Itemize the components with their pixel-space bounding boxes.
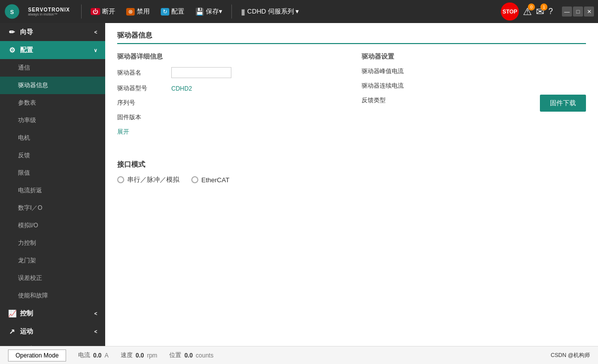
- series-button[interactable]: ▮ CDHD 伺服系列 ▾: [237, 5, 304, 19]
- analog-io-label: 模拟I/O: [18, 221, 38, 230]
- expand-link[interactable]: 展开: [117, 128, 129, 136]
- firmware-row: 固件版本: [117, 113, 342, 122]
- sidebar-item-analog-io[interactable]: 模拟I/O: [0, 217, 105, 234]
- current-unit: A: [105, 352, 109, 359]
- wizard-icon: ✏: [8, 28, 16, 36]
- sidebar-item-gantry[interactable]: 龙门架: [0, 252, 105, 269]
- sidebar-item-config[interactable]: ⚙ 配置 ∨: [0, 41, 105, 59]
- operation-mode-button[interactable]: Operation Mode: [8, 349, 66, 361]
- sidebar-item-current-return[interactable]: 电流折返: [0, 182, 105, 199]
- serial-number-row: 序列号: [117, 99, 342, 107]
- mail-button[interactable]: ✉ 1: [536, 6, 544, 18]
- current-group: 电流 0.0 A: [78, 351, 109, 359]
- driver-model-row: 驱动器型号 CDHD2: [117, 84, 342, 93]
- warning-badge: 0: [528, 4, 535, 11]
- interface-section: 接口模式 串行／脉冲／模拟 EtherCAT: [117, 160, 586, 184]
- main-content: 驱动器信息 驱动器详细信息 驱动器名 驱动器型号 CDHD2 序列号 固件版本: [105, 23, 598, 346]
- digital-io-label: 数字I／O: [18, 204, 43, 212]
- driver-settings-col: 驱动器设置 驱动器峰值电流 驱动器连续电流 反馈类型 固件下载: [362, 52, 586, 144]
- speed-unit: rpm: [147, 352, 157, 359]
- force-label: 力控制: [18, 239, 36, 247]
- mail-badge: 1: [540, 4, 547, 11]
- save-button[interactable]: 💾 保存▾: [191, 5, 226, 18]
- sidebar-item-wizard[interactable]: ✏ 向导 <: [0, 23, 105, 41]
- firmware-label: 固件版本: [117, 113, 167, 122]
- position-label: 位置: [169, 351, 181, 359]
- sidebar-item-motor[interactable]: 电机: [0, 129, 105, 147]
- driver-model-label: 驱动器型号: [117, 84, 167, 93]
- window-controls: — □ ✕: [562, 7, 594, 17]
- sidebar-item-limits[interactable]: 限值: [0, 164, 105, 182]
- sidebar-item-params[interactable]: 参数表: [0, 94, 105, 112]
- limits-label: 限值: [18, 169, 30, 177]
- current-value: 0.0: [93, 352, 102, 359]
- cont-current-label: 驱动器连续电流: [362, 82, 412, 90]
- save-label: 保存▾: [206, 7, 222, 16]
- sidebar-item-tuning[interactable]: ▦ 调谐 <: [0, 340, 105, 346]
- sidebar-item-error-correct[interactable]: 误差校正: [0, 269, 105, 287]
- disable-icon: ⊗: [126, 8, 135, 16]
- position-value: 0.0: [184, 352, 193, 359]
- driver-name-row: 驱动器名: [117, 67, 342, 78]
- logo-sub: always in motion™: [28, 13, 70, 16]
- warning-button[interactable]: ⚠ 0: [523, 6, 532, 18]
- sidebar-item-driver-info[interactable]: 驱动器信息: [0, 77, 105, 94]
- detail-section-title: 驱动器详细信息: [117, 52, 342, 61]
- driver-name-input[interactable]: [171, 67, 231, 78]
- sidebar-item-comm[interactable]: 通信: [0, 59, 105, 77]
- control-icon: 📈: [8, 309, 16, 317]
- motion-label: 运动: [20, 327, 33, 336]
- sidebar-item-power[interactable]: 功率级: [0, 112, 105, 129]
- logo-icon: S: [4, 4, 20, 20]
- disable-label: 禁用: [137, 7, 150, 16]
- logo: S: [4, 4, 20, 20]
- maximize-button[interactable]: □: [573, 7, 583, 17]
- help-icon: ?: [548, 7, 553, 16]
- series-icon: ▮: [241, 7, 245, 17]
- sidebar: ✏ 向导 < ⚙ 配置 ∨ 通信 驱动器信息 参数表 功率级 电机 反馈 限值: [0, 23, 105, 346]
- disconnect-button[interactable]: ⏻ 断开: [87, 5, 119, 18]
- stop-button[interactable]: STOP: [501, 3, 519, 21]
- topbar-right: STOP ⚠ 0 ✉ 1 ? — □ ✕: [501, 3, 594, 21]
- sidebar-item-control[interactable]: 📈 控制 <: [0, 304, 105, 322]
- svg-text:S: S: [10, 9, 14, 15]
- motor-label: 电机: [18, 134, 30, 142]
- radio-serial[interactable]: 串行／脉冲／模拟: [117, 175, 179, 184]
- minimize-button[interactable]: —: [562, 7, 572, 17]
- config-icon: ↻: [161, 8, 169, 16]
- params-label: 参数表: [18, 99, 36, 107]
- speed-group: 速度 0.0 rpm: [121, 351, 157, 359]
- firmware-download-button[interactable]: 固件下载: [540, 95, 586, 112]
- motion-icon: ↗: [8, 327, 16, 335]
- config-label: 配置: [171, 7, 184, 16]
- position-group: 位置 0.0 counts: [169, 351, 213, 359]
- disable-button[interactable]: ⊗ 禁用: [122, 5, 154, 18]
- help-button[interactable]: ?: [548, 7, 553, 16]
- radio-ethercat[interactable]: EtherCAT: [191, 176, 229, 184]
- current-return-label: 电流折返: [18, 186, 42, 195]
- config-button[interactable]: ↻ 配置: [157, 5, 188, 18]
- driver-detail-col: 驱动器详细信息 驱动器名 驱动器型号 CDHD2 序列号 固件版本 展开: [117, 52, 342, 144]
- sidebar-item-motion[interactable]: ↗ 运动 <: [0, 322, 105, 340]
- radio-serial-label: 串行／脉冲／模拟: [127, 175, 179, 184]
- gantry-label: 龙门架: [18, 256, 36, 265]
- feedback-type-label: 反馈类型: [362, 96, 412, 105]
- driver-name-label: 驱动器名: [117, 69, 167, 77]
- sidebar-item-feedback[interactable]: 反馈: [0, 147, 105, 164]
- close-button[interactable]: ✕: [584, 7, 594, 17]
- serial-number-label: 序列号: [117, 99, 167, 107]
- wizard-chevron: <: [94, 30, 97, 35]
- radio-ethercat-circle: [191, 176, 198, 183]
- sep2: [231, 5, 232, 19]
- speed-value: 0.0: [136, 352, 144, 359]
- sidebar-wizard-label: 向导: [20, 28, 33, 37]
- motion-chevron: <: [94, 329, 97, 334]
- tuning-icon: ▦: [8, 345, 16, 346]
- power-label: 功率级: [18, 116, 36, 125]
- sidebar-item-enable-fault[interactable]: 使能和故障: [0, 287, 105, 304]
- position-unit: counts: [196, 352, 213, 359]
- sidebar-item-digital-io[interactable]: 数字I／O: [0, 199, 105, 217]
- sidebar-item-force[interactable]: 力控制: [0, 234, 105, 252]
- feedback-label: 反馈: [18, 151, 30, 160]
- logo-text-area: SERVOTRONIX always in motion™: [28, 7, 70, 16]
